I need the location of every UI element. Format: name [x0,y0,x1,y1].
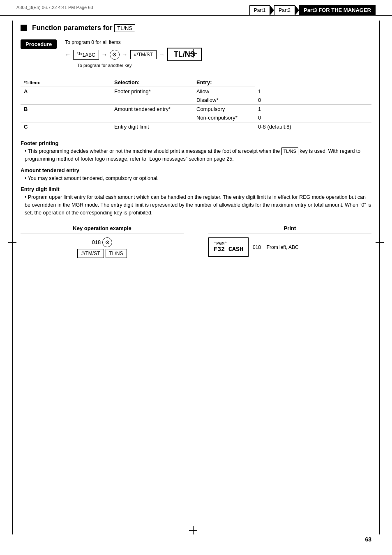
row-letter: B [21,105,111,122]
descriptions-container: Footer printing• This programming decide… [21,140,371,217]
page-header: A303_3(En) 06.7.22 4:41 PM Page 63 Part1… [0,0,392,16]
print-line2: F32 CASH [214,246,243,253]
table-row: BAmount tendered entry*Compulsory1 [21,105,371,114]
flow-box-tlns: TL/NS [167,48,202,61]
row-letter: A [21,87,111,105]
section-title-row: Function parameters for TL/NS [21,24,371,32]
section-key-box: TL/NS [114,24,135,32]
table-header-entry: Entry: [193,78,255,87]
desc-text-1: • You may select amount tendered, compul… [25,175,371,182]
superscript1: *1 [77,51,81,55]
print-line1: *PGM* [214,241,243,246]
flow-arrow1: → [101,51,107,58]
nav-part3: Part3 FOR THE MANAGER [299,5,376,15]
table-row: CEntry digit limit0-8 (default:8) [21,122,371,131]
section-icon [21,25,27,31]
row-entry: 1 [255,87,371,96]
table-header-item: *1:Item: [21,78,111,87]
flow-box-htm: #/TM/ST [130,50,157,59]
row-selection: Non-compulsory* [193,113,255,122]
desc-title-0: Footer printing [21,140,371,146]
flow-box-abc: *1*1ABC [73,50,99,60]
print-row: *PGM* F32 CASH 018 From left, ABC [208,237,371,257]
circle-x-icon: ⊗ [110,50,120,60]
desc-section-1: Amount tendered entry• You may select am… [21,167,371,182]
flow-arrow2: → [122,51,128,58]
key-op-content: 018 ⊗ #/TM/ST TL/NS [21,237,184,258]
items-table: *1:Item: Selection: Entry: AFooter print… [21,78,371,131]
print-box: *PGM* F32 CASH [208,237,249,257]
page-number: 63 [365,536,371,543]
row-selection: Disallow* [193,96,255,105]
key-circle-icon: ⊗ [102,237,112,247]
left-border [12,21,13,534]
row-item: Entry digit limit [111,122,193,131]
main-content: Function parameters for TL/NS Procedure … [0,20,392,272]
row-selection [193,122,255,131]
prog-another-label: To program for another key [77,63,371,68]
page: A303_3(En) 06.7.22 4:41 PM Page 63 Part1… [0,0,392,555]
part2-label: Part2 [279,7,291,13]
desc-text-2: • Program upper limit entry for total ca… [25,193,371,216]
row-selection: Compulsory [193,105,255,114]
key-op-col: Key operation example 018 ⊗ #/TM/ST TL/N… [21,225,184,260]
row-entry: 0 [255,96,371,105]
key-op-row2: #/TM/ST TL/NS [21,249,184,258]
part3-for-label: FOR THE MANAGER [318,7,371,13]
print-value-note: 018 From left, ABC [253,244,299,250]
key-op-title: Key operation example [21,225,184,233]
flow-arrow3: → [159,51,165,58]
key-box-tlns: TL/NS [106,249,127,258]
table-row: AFooter printing*Allow1 [21,87,371,96]
desc-title-1: Amount tendered entry [21,167,371,173]
section-title-text: Function parameters for TL/NS [32,24,135,32]
nav-part1: Part1 [249,5,270,15]
row-entry: 0-8 (default:8) [255,122,371,131]
header-meta: A303_3(En) 06.7.22 4:41 PM Page 63 [16,5,93,10]
key-op-row1: 018 ⊗ [21,237,184,247]
print-note-text: From left, ABC [267,244,299,250]
row-entry: 1 [255,105,371,114]
row-letter: C [21,122,111,131]
flow-abc-label: *1ABC [81,52,95,58]
desc-title-2: Entry digit limit [21,186,371,192]
crosshair-bottom [189,526,197,534]
row-selection: Allow [193,87,255,96]
right-border [379,21,380,534]
procedure-diagram: To program 0 for all items ← *1*1ABC → ⊗… [65,39,371,68]
table-header-row: *1:Item: Selection: Entry: [21,78,371,87]
procedure-badge: Procedure [21,39,57,49]
nav-arrow1 [270,5,274,15]
row-item: Footer printing* [111,87,193,105]
example-area: Key operation example 018 ⊗ #/TM/ST TL/N… [21,225,371,260]
desc-section-0: Footer printing• This programming decide… [21,140,371,163]
header-nav: Part1 Part2 Part3 FOR THE MANAGER [249,5,376,15]
nav-part2: Part2 [274,5,295,15]
back-arrow-icon: ← [65,51,71,58]
print-title: Print [208,225,371,233]
table-col1-header: *1:Item: [24,80,40,85]
row-item: Amount tendered entry* [111,105,193,122]
print-col: Print *PGM* F32 CASH 018 From left, ABC [208,225,371,260]
prog-all-label: To program 0 for all items [65,39,371,45]
nav-arrow2 [295,5,299,15]
print-line2-text: F32 CASH [214,246,243,253]
inline-tlns-key: TL/NS [281,147,298,155]
part3-label: Part3 [304,7,317,13]
section-title-prefix: Function parameters for [32,24,113,32]
part1-label: Part1 [254,7,266,13]
key-box-htm: #/TM/ST [77,249,104,258]
print-value-text: 018 [253,244,261,250]
flow-row: ← *1*1ABC → ⊗ → #/TM/ST → TL/NS [65,48,371,61]
procedure-area: Procedure To program 0 for all items ← *… [21,39,371,68]
desc-section-2: Entry digit limit• Program upper limit e… [21,186,371,216]
key-seq-text: 018 [92,239,101,245]
row-entry: 0 [255,113,371,122]
table-header-selection: Selection: [111,78,193,87]
desc-text-0: • This programming decides whether or no… [25,147,371,163]
